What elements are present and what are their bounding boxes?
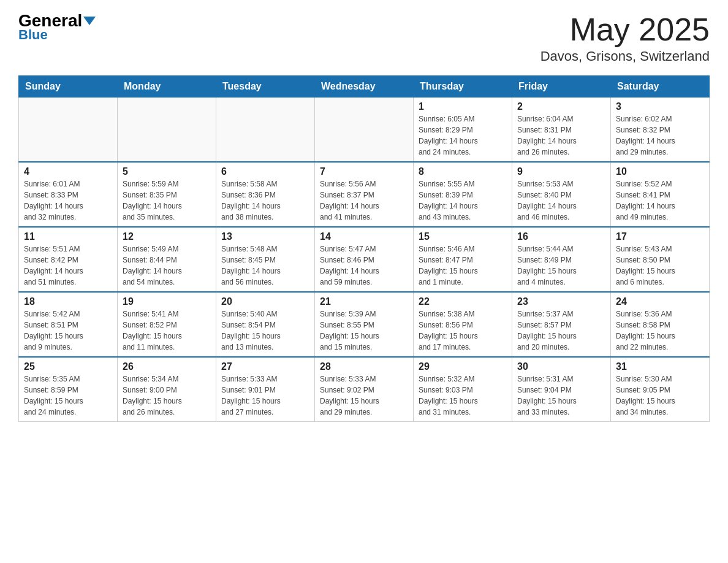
calendar-week-row: 11Sunrise: 5:51 AM Sunset: 8:42 PM Dayli… (19, 227, 710, 292)
col-header-saturday: Saturday (611, 76, 710, 98)
calendar-cell: 16Sunrise: 5:44 AM Sunset: 8:49 PM Dayli… (512, 227, 611, 292)
day-number: 3 (616, 101, 704, 112)
calendar-cell: 7Sunrise: 5:56 AM Sunset: 8:37 PM Daylig… (315, 162, 414, 227)
calendar-cell: 23Sunrise: 5:37 AM Sunset: 8:57 PM Dayli… (512, 292, 611, 357)
day-number: 8 (419, 166, 507, 177)
calendar-week-row: 1Sunrise: 6:05 AM Sunset: 8:29 PM Daylig… (19, 98, 710, 163)
day-number: 13 (221, 231, 309, 242)
day-number: 21 (320, 296, 408, 307)
day-info: Sunrise: 6:01 AM Sunset: 8:33 PM Dayligh… (24, 178, 112, 223)
day-info: Sunrise: 5:35 AM Sunset: 8:59 PM Dayligh… (24, 373, 112, 418)
calendar-cell: 3Sunrise: 6:02 AM Sunset: 8:32 PM Daylig… (611, 98, 710, 163)
day-info: Sunrise: 5:43 AM Sunset: 8:50 PM Dayligh… (616, 243, 704, 288)
day-number: 19 (123, 296, 211, 307)
day-info: Sunrise: 5:53 AM Sunset: 8:40 PM Dayligh… (517, 178, 605, 223)
calendar-cell: 4Sunrise: 6:01 AM Sunset: 8:33 PM Daylig… (19, 162, 118, 227)
day-info: Sunrise: 5:33 AM Sunset: 9:01 PM Dayligh… (221, 373, 309, 418)
day-number: 1 (419, 101, 507, 112)
day-number: 23 (517, 296, 605, 307)
day-info: Sunrise: 5:37 AM Sunset: 8:57 PM Dayligh… (517, 308, 605, 353)
day-info: Sunrise: 5:47 AM Sunset: 8:46 PM Dayligh… (320, 243, 408, 288)
col-header-wednesday: Wednesday (315, 76, 414, 98)
calendar-cell: 14Sunrise: 5:47 AM Sunset: 8:46 PM Dayli… (315, 227, 414, 292)
col-header-friday: Friday (512, 76, 611, 98)
page-header: General Blue May 2025 Davos, Grisons, Sw… (18, 12, 710, 64)
calendar-cell: 31Sunrise: 5:30 AM Sunset: 9:05 PM Dayli… (611, 357, 710, 422)
day-number: 9 (517, 166, 605, 177)
day-number: 5 (123, 166, 211, 177)
day-info: Sunrise: 5:46 AM Sunset: 8:47 PM Dayligh… (419, 243, 507, 288)
day-number: 25 (24, 361, 112, 372)
calendar-cell (216, 98, 315, 163)
day-info: Sunrise: 5:49 AM Sunset: 8:44 PM Dayligh… (123, 243, 211, 288)
day-info: Sunrise: 5:59 AM Sunset: 8:35 PM Dayligh… (123, 178, 211, 223)
day-number: 17 (616, 231, 704, 242)
day-info: Sunrise: 5:42 AM Sunset: 8:51 PM Dayligh… (24, 308, 112, 353)
calendar-cell: 12Sunrise: 5:49 AM Sunset: 8:44 PM Dayli… (118, 227, 216, 292)
calendar-cell: 2Sunrise: 6:04 AM Sunset: 8:31 PM Daylig… (512, 98, 611, 163)
calendar-cell: 8Sunrise: 5:55 AM Sunset: 8:39 PM Daylig… (414, 162, 512, 227)
logo-blue-text: Blue (18, 27, 48, 43)
day-info: Sunrise: 5:56 AM Sunset: 8:37 PM Dayligh… (320, 178, 408, 223)
col-header-monday: Monday (118, 76, 216, 98)
calendar-cell: 28Sunrise: 5:33 AM Sunset: 9:02 PM Dayli… (315, 357, 414, 422)
calendar-cell: 25Sunrise: 5:35 AM Sunset: 8:59 PM Dayli… (19, 357, 118, 422)
calendar-week-row: 4Sunrise: 6:01 AM Sunset: 8:33 PM Daylig… (19, 162, 710, 227)
day-number: 27 (221, 361, 309, 372)
day-number: 7 (320, 166, 408, 177)
calendar-cell: 15Sunrise: 5:46 AM Sunset: 8:47 PM Dayli… (414, 227, 512, 292)
day-number: 31 (616, 361, 704, 372)
day-number: 30 (517, 361, 605, 372)
calendar-cell: 9Sunrise: 5:53 AM Sunset: 8:40 PM Daylig… (512, 162, 611, 227)
calendar-cell (19, 98, 118, 163)
day-info: Sunrise: 5:30 AM Sunset: 9:05 PM Dayligh… (616, 373, 704, 418)
calendar-week-row: 25Sunrise: 5:35 AM Sunset: 8:59 PM Dayli… (19, 357, 710, 422)
day-info: Sunrise: 5:32 AM Sunset: 9:03 PM Dayligh… (419, 373, 507, 418)
logo: General Blue (18, 12, 96, 43)
calendar-cell: 24Sunrise: 5:36 AM Sunset: 8:58 PM Dayli… (611, 292, 710, 357)
calendar-cell: 10Sunrise: 5:52 AM Sunset: 8:41 PM Dayli… (611, 162, 710, 227)
day-info: Sunrise: 5:41 AM Sunset: 8:52 PM Dayligh… (123, 308, 211, 353)
calendar-title: May 2025 (540, 12, 710, 47)
calendar-cell (118, 98, 216, 163)
calendar-header-row: SundayMondayTuesdayWednesdayThursdayFrid… (19, 76, 710, 98)
calendar-cell: 21Sunrise: 5:39 AM Sunset: 8:55 PM Dayli… (315, 292, 414, 357)
calendar-cell: 22Sunrise: 5:38 AM Sunset: 8:56 PM Dayli… (414, 292, 512, 357)
day-info: Sunrise: 5:34 AM Sunset: 9:00 PM Dayligh… (123, 373, 211, 418)
day-number: 2 (517, 101, 605, 112)
day-number: 24 (616, 296, 704, 307)
day-number: 20 (221, 296, 309, 307)
day-info: Sunrise: 5:39 AM Sunset: 8:55 PM Dayligh… (320, 308, 408, 353)
day-number: 29 (419, 361, 507, 372)
day-info: Sunrise: 5:52 AM Sunset: 8:41 PM Dayligh… (616, 178, 704, 223)
calendar-cell (315, 98, 414, 163)
calendar-week-row: 18Sunrise: 5:42 AM Sunset: 8:51 PM Dayli… (19, 292, 710, 357)
title-block: May 2025 Davos, Grisons, Switzerland (540, 12, 710, 64)
col-header-thursday: Thursday (414, 76, 512, 98)
day-number: 11 (24, 231, 112, 242)
day-number: 15 (419, 231, 507, 242)
calendar-cell: 1Sunrise: 6:05 AM Sunset: 8:29 PM Daylig… (414, 98, 512, 163)
day-info: Sunrise: 5:36 AM Sunset: 8:58 PM Dayligh… (616, 308, 704, 353)
day-number: 22 (419, 296, 507, 307)
calendar-cell: 26Sunrise: 5:34 AM Sunset: 9:00 PM Dayli… (118, 357, 216, 422)
day-info: Sunrise: 6:02 AM Sunset: 8:32 PM Dayligh… (616, 113, 704, 158)
day-number: 18 (24, 296, 112, 307)
day-info: Sunrise: 6:04 AM Sunset: 8:31 PM Dayligh… (517, 113, 605, 158)
day-info: Sunrise: 5:55 AM Sunset: 8:39 PM Dayligh… (419, 178, 507, 223)
day-number: 26 (123, 361, 211, 372)
day-info: Sunrise: 5:33 AM Sunset: 9:02 PM Dayligh… (320, 373, 408, 418)
calendar-location: Davos, Grisons, Switzerland (540, 48, 710, 64)
day-number: 16 (517, 231, 605, 242)
day-info: Sunrise: 5:31 AM Sunset: 9:04 PM Dayligh… (517, 373, 605, 418)
day-number: 14 (320, 231, 408, 242)
calendar-cell: 19Sunrise: 5:41 AM Sunset: 8:52 PM Dayli… (118, 292, 216, 357)
day-number: 10 (616, 166, 704, 177)
day-info: Sunrise: 5:48 AM Sunset: 8:45 PM Dayligh… (221, 243, 309, 288)
day-number: 6 (221, 166, 309, 177)
calendar-cell: 13Sunrise: 5:48 AM Sunset: 8:45 PM Dayli… (216, 227, 315, 292)
calendar-cell: 5Sunrise: 5:59 AM Sunset: 8:35 PM Daylig… (118, 162, 216, 227)
day-number: 28 (320, 361, 408, 372)
calendar-cell: 29Sunrise: 5:32 AM Sunset: 9:03 PM Dayli… (414, 357, 512, 422)
calendar-cell: 30Sunrise: 5:31 AM Sunset: 9:04 PM Dayli… (512, 357, 611, 422)
